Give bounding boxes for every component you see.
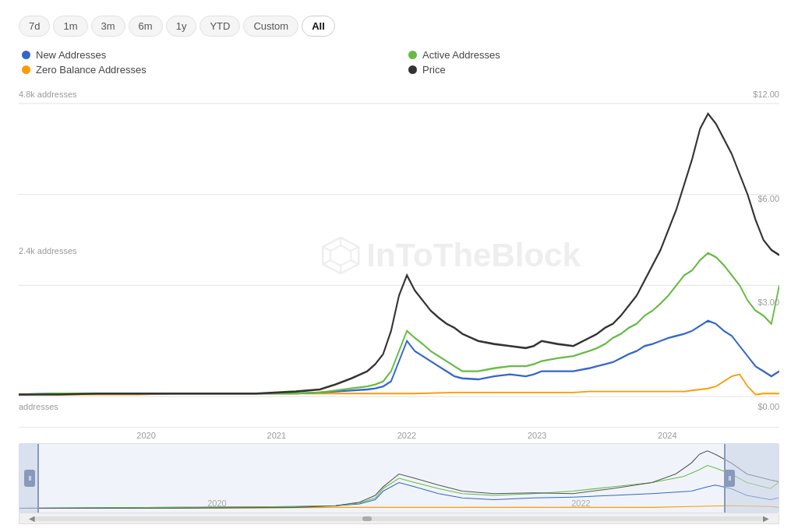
y-label-top: 4.8k addresses xyxy=(19,90,77,99)
scroll-right-arrow[interactable]: ▶ xyxy=(763,514,769,523)
legend-item-price: Price xyxy=(408,64,779,76)
y-right-label-0: $12.00 xyxy=(753,90,779,99)
y-label-bot: addresses xyxy=(19,402,77,411)
legend-dot-active-addresses xyxy=(408,51,417,59)
legend-label-new-addresses: New Addresses xyxy=(36,49,106,61)
legend-dot-new-addresses xyxy=(22,51,30,59)
legend: New Addresses Active Addresses Zero Bala… xyxy=(19,49,779,76)
x-label-2022: 2022 xyxy=(397,431,416,440)
nav-x-label-2020: 2020 xyxy=(207,499,226,508)
nav-x-labels: 20202022 xyxy=(19,499,779,508)
time-btn-1m[interactable]: 1m xyxy=(53,16,87,37)
time-btn-ytd[interactable]: YTD xyxy=(200,16,240,37)
x-label-2024: 2024 xyxy=(658,431,676,440)
time-btn-3m[interactable]: 3m xyxy=(91,16,125,37)
chart-wrapper: InToTheBlock 4.8k addresses 2.4k address… xyxy=(19,83,779,524)
y-right-label-3: $0.00 xyxy=(753,402,779,411)
time-btn-all[interactable]: All xyxy=(302,16,335,37)
x-label-2021: 2021 xyxy=(267,431,286,440)
time-btn-custom[interactable]: Custom xyxy=(243,16,298,37)
main-chart: InToTheBlock 4.8k addresses 2.4k address… xyxy=(19,83,779,428)
time-btn-7d[interactable]: 7d xyxy=(19,16,50,37)
nav-handle-left-icon: II xyxy=(28,474,30,482)
nav-handle-right[interactable]: II xyxy=(724,470,735,487)
y-label-mid: 2.4k addresses xyxy=(19,246,77,255)
scroll-left-arrow[interactable]: ◀ xyxy=(29,514,35,523)
x-label-2023: 2023 xyxy=(528,431,546,440)
legend-item-active-addresses: Active Addresses xyxy=(408,49,779,61)
time-btn-1y[interactable]: 1y xyxy=(166,16,197,37)
scrollbar-area[interactable]: ◀ ▶ xyxy=(19,513,779,524)
legend-dot-price xyxy=(408,65,417,74)
time-controls: 7d1m3m6m1yYTDCustomAll xyxy=(19,16,779,37)
legend-item-zero-balance: Zero Balance Addresses xyxy=(22,64,393,76)
nav-handle-left[interactable]: II xyxy=(24,470,35,487)
time-btn-6m[interactable]: 6m xyxy=(129,16,163,37)
chart-svg xyxy=(19,83,779,427)
x-axis: 20202021202220232024 xyxy=(19,428,779,440)
y-right-label-2: $3.00 xyxy=(753,298,779,307)
scrollbar-track[interactable] xyxy=(35,516,763,521)
legend-label-price: Price xyxy=(422,64,446,76)
legend-item-new-addresses: New Addresses xyxy=(22,49,393,61)
nav-x-label-2022: 2022 xyxy=(571,499,590,508)
nav-handle-right-icon: II xyxy=(728,474,730,482)
navigator[interactable]: II II 20202022 xyxy=(19,443,779,513)
legend-label-zero-balance: Zero Balance Addresses xyxy=(36,64,147,76)
y-axis-left: 4.8k addresses 2.4k addresses addresses xyxy=(19,83,77,427)
dashboard-container: 7d1m3m6m1yYTDCustomAll New Addresses Act… xyxy=(0,0,798,532)
y-axis-right: $12.00 $6.00 $3.00 $0.00 xyxy=(753,83,779,427)
legend-label-active-addresses: Active Addresses xyxy=(422,49,500,61)
legend-dot-zero-balance xyxy=(22,65,30,74)
y-right-label-1: $6.00 xyxy=(753,194,779,203)
scrollbar-thumb[interactable] xyxy=(362,516,372,521)
x-label-2020: 2020 xyxy=(136,431,155,440)
